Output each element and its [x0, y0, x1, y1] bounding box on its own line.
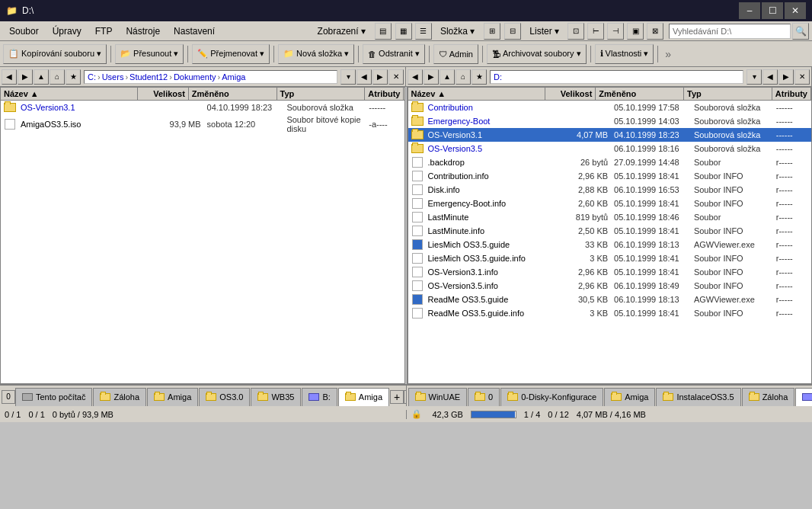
left-col-attr[interactable]: Atributy: [365, 88, 404, 100]
archive-button[interactable]: 🗜 Archivovat soubory ▾: [487, 44, 587, 64]
tab-zaloha-right[interactable]: Záloha: [742, 388, 795, 406]
tab-0-disky[interactable]: 0-Disky-Konfigurace: [500, 388, 603, 406]
right-forward-btn[interactable]: ▶: [424, 69, 439, 85]
right-crumb-d[interactable]: D:: [494, 72, 502, 82]
table-row[interactable]: Emergency-Boot.info 2,60 KB 05.10.1999 1…: [408, 197, 812, 210]
left-col-changed[interactable]: Změněno: [189, 88, 277, 100]
right-next-btn[interactable]: ▶: [778, 69, 794, 85]
left-next-btn[interactable]: ▶: [372, 69, 388, 85]
menu-lister[interactable]: Lister ▾: [523, 24, 565, 38]
right-home-btn[interactable]: ⌂: [456, 69, 471, 85]
tab-0-right[interactable]: 0: [468, 388, 500, 406]
left-up-btn[interactable]: ▲: [34, 69, 49, 85]
right-star-btn[interactable]: ★: [472, 69, 487, 85]
tab-instalace[interactable]: InstalaceOS3.5: [656, 388, 740, 406]
table-row[interactable]: AmigaOS3.5.iso 93,9 MB sobota 12:20 Soub…: [1, 114, 404, 134]
left-back-btn[interactable]: ◀: [2, 69, 17, 85]
tab-amiga2-left[interactable]: Amiga: [338, 388, 389, 406]
search-icon[interactable]: 🔍: [792, 23, 809, 40]
right-dropdown-btn[interactable]: ▾: [746, 69, 762, 85]
table-row[interactable]: OS-Version3.5 06.10.1999 18:16 Souborová…: [408, 142, 812, 155]
table-row[interactable]: Emergency-Boot 05.10.1999 14:03 Souborov…: [408, 114, 812, 128]
table-row[interactable]: LastMinute 819 bytů 05.10.1999 18:46 Sou…: [408, 210, 812, 224]
left-col-name[interactable]: Název ▲: [1, 88, 138, 100]
right-prev-btn[interactable]: ◀: [762, 69, 778, 85]
folder-btn-2[interactable]: ⊟: [504, 23, 521, 40]
tab-amiga-right[interactable]: Amiga: [604, 388, 655, 406]
right-back-btn[interactable]: ◀: [408, 69, 423, 85]
view-btn-2[interactable]: ▦: [395, 23, 412, 40]
table-row[interactable]: LastMinute.info 2,50 KB 05.10.1999 18:41…: [408, 224, 812, 238]
table-row[interactable]: Disk.info 2,88 KB 06.10.1999 16:53 Soubo…: [408, 183, 812, 197]
left-close-btn[interactable]: ✕: [388, 69, 404, 85]
left-crumb-dokumenty[interactable]: Dokumenty: [174, 72, 216, 82]
left-crumb-c[interactable]: C:: [88, 72, 96, 82]
left-crumb-users[interactable]: Users: [102, 72, 124, 82]
lister-btn-3[interactable]: ⊣: [607, 23, 624, 40]
left-crumb-student[interactable]: Student12: [129, 72, 168, 82]
left-dropdown-btn[interactable]: ▾: [340, 69, 356, 85]
copy-button[interactable]: 📋 Kopírování souboru ▾: [3, 44, 107, 64]
table-row[interactable]: ReadMe OS3.5.guide 30,5 KB 06.10.1999 18…: [408, 293, 812, 306]
table-row[interactable]: .backdrop 26 bytů 27.09.1999 14:48 Soubo…: [408, 155, 812, 169]
table-row[interactable]: LiesMich OS3.5.guide 33 KB 06.10.1999 18…: [408, 238, 812, 251]
menu-slozka[interactable]: Složka ▾: [434, 24, 481, 38]
tab-d-right[interactable]: D:: [795, 388, 812, 406]
lister-btn-4[interactable]: ▣: [627, 23, 644, 40]
left-crumb-amiga[interactable]: Amiga: [222, 72, 245, 82]
search-box[interactable]: Vyhledávání D:\: [669, 24, 791, 39]
left-prev-btn[interactable]: ◀: [356, 69, 372, 85]
maximize-button[interactable]: ☐: [762, 2, 783, 19]
tab-amiga-left[interactable]: Amiga: [147, 388, 198, 406]
tab-wb35-left[interactable]: WB35: [251, 388, 301, 406]
folder-btn-1[interactable]: ⊞: [484, 23, 500, 40]
menu-zobrazeni[interactable]: Zobrazení ▾: [312, 24, 372, 38]
view-btn-3[interactable]: ☰: [415, 23, 432, 40]
right-col-attr[interactable]: Atributy: [772, 88, 811, 100]
lister-btn-2[interactable]: ⊢: [587, 23, 604, 40]
left-home-btn[interactable]: ⌂: [50, 69, 65, 85]
right-close-btn[interactable]: ✕: [794, 69, 810, 85]
menu-soubor[interactable]: Soubor: [3, 24, 45, 38]
table-row[interactable]: OS-Version3.1 4,07 MB 04.10.1999 18:23 S…: [408, 128, 812, 142]
right-col-type[interactable]: Typ: [684, 88, 772, 100]
properties-button[interactable]: ℹ Vlastnosti ▾: [595, 44, 654, 64]
right-col-name[interactable]: Název ▲: [408, 88, 545, 100]
tab-os3-left[interactable]: OS3.0: [199, 388, 250, 406]
left-col-size[interactable]: Velikost: [138, 88, 189, 100]
table-row[interactable]: OS-Version3.5.info 2,96 KB 06.10.1999 18…: [408, 279, 812, 293]
menu-upravy[interactable]: Úpravy: [46, 24, 88, 38]
table-row[interactable]: ReadMe OS3.5.guide.info 3 KB 05.10.1999 …: [408, 306, 812, 320]
table-row[interactable]: LiesMich OS3.5.guide.info 3 KB 05.10.199…: [408, 251, 812, 265]
table-row[interactable]: OS-Version3.1 04.10.1999 18:23 Souborová…: [1, 101, 404, 114]
tab-zaloha-left[interactable]: Záloha: [93, 388, 146, 406]
left-forward-btn[interactable]: ▶: [18, 69, 33, 85]
view-btn-1[interactable]: ▤: [375, 23, 392, 40]
tab-b-left[interactable]: B:: [302, 388, 337, 406]
left-tab-more[interactable]: 0: [2, 390, 15, 404]
menu-nastaveni[interactable]: Nastavení: [168, 24, 221, 38]
lister-btn-1[interactable]: ⊡: [567, 23, 584, 40]
right-col-size[interactable]: Velikost: [545, 88, 596, 100]
table-row[interactable]: Contribution 05.10.1999 17:58 Souborová …: [408, 101, 812, 114]
left-address-bar[interactable]: C: › Users › Student12 › Dokumenty › Ami…: [84, 70, 337, 84]
table-row[interactable]: Contribution.info 2,96 KB 05.10.1999 18:…: [408, 169, 812, 183]
left-tab-add[interactable]: +: [390, 390, 404, 404]
toolbar-more[interactable]: »: [665, 48, 671, 60]
left-col-type[interactable]: Typ: [277, 88, 366, 100]
rename-button[interactable]: ✏️ Přejmenovat ▾: [192, 44, 270, 64]
delete-button[interactable]: 🗑 Odstranit ▾: [363, 44, 425, 64]
move-button[interactable]: 📂 Přesunout ▾: [115, 44, 184, 64]
new-folder-button[interactable]: 📁 Nová složka ▾: [278, 44, 354, 64]
right-col-changed[interactable]: Změněno: [596, 88, 684, 100]
left-star-btn[interactable]: ★: [66, 69, 81, 85]
table-row[interactable]: OS-Version3.1.info 2,96 KB 05.10.1999 18…: [408, 265, 812, 279]
admin-button[interactable]: 🛡 Admin: [433, 44, 478, 64]
tab-tento-pocitac[interactable]: Tento počítač: [15, 388, 92, 406]
menu-nastroje[interactable]: Nástroje: [120, 24, 166, 38]
right-up-btn[interactable]: ▲: [440, 69, 455, 85]
menu-ftp[interactable]: FTP: [89, 24, 119, 38]
right-address-bar[interactable]: D:: [490, 70, 743, 84]
close-button[interactable]: ✕: [785, 2, 806, 19]
minimize-button[interactable]: –: [739, 2, 760, 19]
